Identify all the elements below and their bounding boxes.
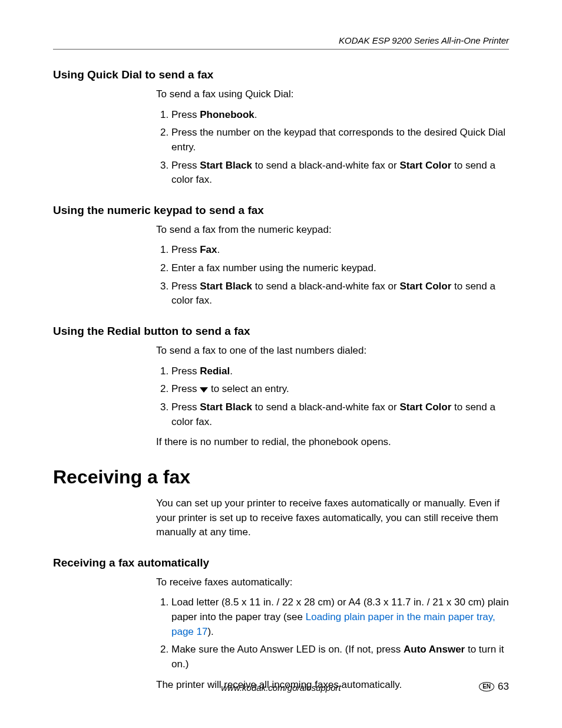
section-redial: Using the Redial button to send a fax To…	[53, 325, 509, 450]
intro-text: To send a fax using Quick Dial:	[156, 87, 509, 102]
section-quick-dial: Using Quick Dial to send a fax To send a…	[53, 68, 509, 187]
steps-list: Press Fax. Enter a fax number using the …	[156, 243, 509, 308]
body-auto-receive: To receive faxes automatically: Load let…	[156, 575, 509, 692]
heading-redial: Using the Redial button to send a fax	[53, 325, 509, 338]
list-item: Enter a fax number using the numeric key…	[171, 261, 509, 276]
list-item: Load letter (8.5 x 11 in. / 22 x 28 cm) …	[171, 595, 509, 639]
list-item: Press Start Black to send a black-and-wh…	[171, 400, 509, 429]
intro-text: You can set up your printer to receive f…	[156, 496, 509, 540]
steps-list: Press Redial. Press to select an entry. …	[156, 364, 509, 430]
steps-list: Load letter (8.5 x 11 in. / 22 x 28 cm) …	[156, 595, 509, 671]
down-arrow-icon	[200, 383, 208, 394]
steps-list: Press Phonebook. Press the number on the…	[156, 108, 509, 187]
footer-page-info: EN63	[479, 681, 509, 693]
note-text: If there is no number to redial, the pho…	[156, 435, 509, 450]
list-item: Press Phonebook.	[171, 108, 509, 123]
svg-marker-0	[200, 387, 208, 393]
page-footer: www.kodak.com/go/aiosupport EN63	[53, 683, 509, 693]
heading-quick-dial: Using Quick Dial to send a fax	[53, 68, 509, 81]
list-item: Press Redial.	[171, 364, 509, 379]
section-numeric-keypad: Using the numeric keypad to send a fax T…	[53, 204, 509, 308]
list-item: Press Fax.	[171, 243, 509, 258]
intro-text: To receive faxes automatically:	[156, 575, 509, 590]
heading-auto-receive: Receiving a fax automatically	[53, 556, 509, 569]
page-number: 63	[498, 681, 509, 692]
body-numeric-keypad: To send a fax from the numeric keypad: P…	[156, 223, 509, 308]
heading-numeric-keypad: Using the numeric keypad to send a fax	[53, 204, 509, 217]
running-head: KODAK ESP 9200 Series All-in-One Printer	[53, 35, 509, 50]
body-redial: To send a fax to one of the last numbers…	[156, 344, 509, 450]
manual-page: KODAK ESP 9200 Series All-in-One Printer…	[0, 0, 562, 728]
section-auto-receive: Receiving a fax automatically To receive…	[53, 556, 509, 692]
footer-url: www.kodak.com/go/aiosupport	[53, 683, 509, 693]
intro-text: To send a fax from the numeric keypad:	[156, 223, 509, 238]
list-item: Press to select an entry.	[171, 382, 509, 397]
intro-text: To send a fax to one of the last numbers…	[156, 344, 509, 358]
heading-receiving-fax: Receiving a fax	[53, 466, 509, 488]
list-item: Press the number on the keypad that corr…	[171, 126, 509, 154]
body-quick-dial: To send a fax using Quick Dial: Press Ph…	[156, 87, 509, 187]
list-item: Press Start Black to send a black-and-wh…	[171, 279, 509, 308]
list-item: Make sure the Auto Answer LED is on. (If…	[171, 643, 509, 671]
body-receiving-fax: You can set up your printer to receive f…	[156, 496, 509, 540]
list-item: Press Start Black to send a black-and-wh…	[171, 159, 509, 187]
language-badge: EN	[479, 682, 494, 691]
